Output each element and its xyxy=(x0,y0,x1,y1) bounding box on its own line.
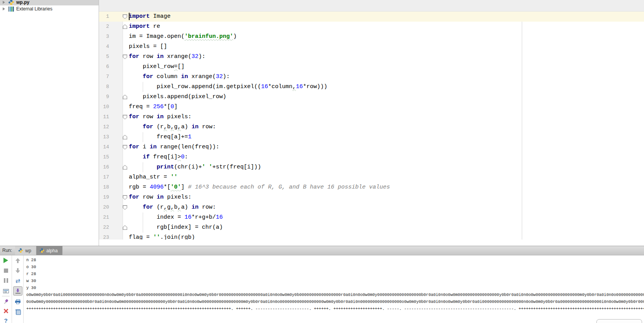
help-icon[interactable]: ? xyxy=(2,316,10,323)
code-line-17[interactable]: 17alpha_str = '' xyxy=(99,172,644,182)
restore-layout-icon[interactable]: ⇄ xyxy=(14,277,22,285)
code-text: pixels.append(pixel_row) xyxy=(129,92,226,102)
line-number: 7 xyxy=(99,72,109,82)
fold-start-icon[interactable] xyxy=(123,115,127,119)
fold-start-icon[interactable] xyxy=(123,54,127,59)
code-text: import Image xyxy=(129,12,171,22)
line-number: 16 xyxy=(99,162,109,172)
line-number: 2 xyxy=(99,22,109,32)
line-number: 20 xyxy=(99,202,109,212)
code-line-9[interactable]: 9 pixels.append(pixel_row) xyxy=(99,92,644,102)
editor-viewport[interactable]: 1import Image2import re3im = Image.open(… xyxy=(99,0,644,240)
code-line-11[interactable]: 11for row in pixels: xyxy=(99,112,644,122)
code-text: freq = 256*[0] xyxy=(129,102,178,112)
line-number: 1 xyxy=(99,12,109,22)
fold-start-icon[interactable] xyxy=(123,145,127,150)
code-line-20[interactable]: 20 for (r,g,b,a) in row: xyxy=(99,202,644,212)
run-tab-label: wp xyxy=(25,248,31,253)
code-line-8[interactable]: 8 pixel_row.append(im.getpixel((16*colum… xyxy=(99,82,644,92)
code-text: print(chr(i)+' '+str(freq[i])) xyxy=(129,162,261,172)
code-line-23[interactable]: 23flag = ''.join(rgb) xyxy=(99,233,644,240)
fold-end-icon[interactable] xyxy=(123,225,127,230)
line-number: 5 xyxy=(99,52,109,62)
code-line-10[interactable]: 10freq = 256*[0] xyxy=(99,102,644,112)
tree-item-wp-py[interactable]: wp.py xyxy=(0,0,99,5)
code-text: pixels = [] xyxy=(129,42,167,52)
console-line: o 30 xyxy=(26,264,644,270)
console-line: o0w0m0y0b0r0a0i00000000000000000n0o0w0m0… xyxy=(26,291,644,298)
code-line-1[interactable]: 1import Image xyxy=(99,12,644,22)
run-tab-alpha[interactable]: alpha xyxy=(36,246,63,255)
code-line-15[interactable]: 15 if freq[i]>0: xyxy=(99,152,644,162)
fold-end-icon[interactable] xyxy=(123,165,127,170)
code-text: pixel_row.append(im.getpixel((16*column,… xyxy=(129,82,327,92)
run-label: Run: xyxy=(0,246,15,255)
code-line-5[interactable]: 5for row in xrange(32): xyxy=(99,52,644,62)
fold-start-icon[interactable] xyxy=(123,195,127,200)
code-line-2[interactable]: 2import re xyxy=(99,22,644,32)
stop-icon[interactable] xyxy=(2,267,10,274)
fold-end-icon[interactable] xyxy=(123,24,127,29)
fold-start-icon[interactable] xyxy=(123,14,127,19)
code-line-21[interactable]: 21 index = 16*r+g+b/16 xyxy=(99,212,644,223)
code-editor[interactable]: 1import Image2import re3im = Image.open(… xyxy=(99,0,644,246)
console-output[interactable]: n 28o 30r 28w 30y 30o0w0m0y0b0r0a0i00000… xyxy=(24,255,644,323)
code-text: for (r,g,b,a) in row: xyxy=(129,202,216,212)
code-text: alpha_str = '' xyxy=(129,172,178,182)
console-line: r 28 xyxy=(26,270,644,277)
line-number: 15 xyxy=(99,152,109,162)
code-line-14[interactable]: 14for i in range(len(freq)): xyxy=(99,142,644,152)
tree-item-external-libraries[interactable]: External Libraries xyxy=(0,5,99,12)
chevron-right-icon[interactable] xyxy=(3,1,6,4)
code-text: import re xyxy=(129,22,160,32)
code-line-16[interactable]: 16 print(chr(i)+' '+str(freq[i])) xyxy=(99,162,644,172)
line-number: 4 xyxy=(99,42,109,52)
run-tab-wp[interactable]: wp xyxy=(15,246,36,255)
code-line-12[interactable]: 12 for (r,b,g,a) in row: xyxy=(99,122,644,132)
code-line-19[interactable]: 19for row in pixels: xyxy=(99,192,644,202)
code-line-22[interactable]: 22 rgb[index] = chr(a) xyxy=(99,223,644,233)
line-number: 10 xyxy=(99,102,109,112)
text-caret xyxy=(129,13,130,20)
code-line-4[interactable]: 4pixels = [] xyxy=(99,42,644,52)
code-line-3[interactable]: 3im = Image.open('brainfun.png') xyxy=(99,32,644,42)
run-icon[interactable] xyxy=(2,257,10,264)
code-line-18[interactable]: 18rgb = 4096*['0'] # 16^3 because each o… xyxy=(99,182,644,192)
code-line-6[interactable]: 6 pixel_row=[] xyxy=(99,62,644,72)
line-number: 18 xyxy=(99,182,109,192)
scroll-to-end-icon[interactable] xyxy=(13,286,22,296)
code-text: for row in pixels: xyxy=(129,192,191,202)
tree-item-label: External Libraries xyxy=(16,6,52,12)
close-icon[interactable] xyxy=(2,307,10,315)
line-number: 11 xyxy=(99,112,109,122)
line-number: 19 xyxy=(99,192,109,202)
console-line: y 30 xyxy=(26,284,644,291)
code-line-13[interactable]: 13 freq[a]+=1 xyxy=(99,132,644,142)
chevron-right-icon[interactable] xyxy=(3,7,6,10)
fold-start-icon[interactable] xyxy=(123,205,127,210)
code-text: rgb[index] = chr(a) xyxy=(129,223,223,233)
clear-all-icon[interactable] xyxy=(14,308,22,316)
code-text: for row in xrange(32): xyxy=(129,52,205,62)
line-number: 23 xyxy=(99,233,109,240)
up-stack-trace-icon[interactable] xyxy=(14,257,22,264)
code-text: if freq[i]>0: xyxy=(129,152,188,162)
pause-output-icon[interactable] xyxy=(2,277,10,285)
code-line-7[interactable]: 7 for column in xrange(32): xyxy=(99,72,644,82)
line-number: 13 xyxy=(99,132,109,142)
code-text: flag = ''.join(rgb) xyxy=(129,233,195,240)
ide-window: wp.py External Libraries 1import Image2i… xyxy=(0,0,644,323)
line-number: 3 xyxy=(99,32,109,42)
line-number: 8 xyxy=(99,82,109,92)
line-number: 12 xyxy=(99,122,109,132)
project-panel: wp.py External Libraries xyxy=(0,0,99,246)
fold-end-icon[interactable] xyxy=(123,95,127,99)
print-icon[interactable] xyxy=(14,298,22,306)
code-text: for row in pixels: xyxy=(129,112,191,122)
code-text: freq[a]+=1 xyxy=(129,132,191,142)
fold-end-icon[interactable] xyxy=(123,135,127,139)
pin-icon[interactable] xyxy=(2,298,10,306)
run-toolbar-right: ⇄ xyxy=(12,255,24,323)
down-stack-trace-icon[interactable] xyxy=(14,267,22,274)
show-console-icon[interactable] xyxy=(2,287,10,295)
